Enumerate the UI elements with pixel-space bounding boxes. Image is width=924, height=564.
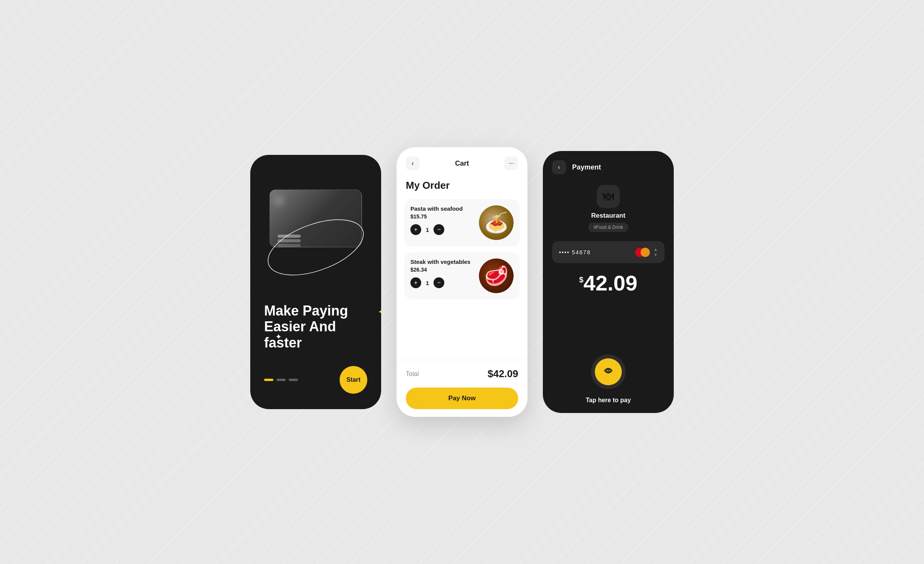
dot-1	[264, 379, 273, 381]
card-right-section: ▲ ▼	[635, 247, 658, 257]
chevron-down-icon: ▼	[654, 253, 658, 257]
onboarding-screen: ✦ ✦ ✦ Make Paying Easier And faster Star…	[250, 155, 381, 409]
steak-qty-control: + 1 −	[410, 277, 474, 288]
mc-yellow-circle	[641, 248, 650, 257]
card-chevron: ▲ ▼	[654, 247, 658, 257]
order-item-pasta: Pasta with seafood $15.75 + 1 −	[404, 199, 520, 246]
restaurant-icon: 🍽	[597, 185, 620, 208]
restaurant-name: Restaurant	[591, 212, 626, 220]
cart-header: ‹ Cart ···	[397, 147, 527, 176]
order-item-steak: Steak with vegetables $26.34 + 1 −	[404, 252, 520, 299]
tap-pay-section: Tap here to pay	[552, 354, 665, 404]
steak-item-info: Steak with vegetables $26.34 + 1 −	[410, 258, 474, 288]
pasta-item-info: Pasta with seafood $15.75 + 1 −	[410, 205, 474, 235]
svg-point-1	[608, 370, 609, 371]
steak-qty-number: 1	[426, 280, 429, 286]
restaurant-section: 🍽 Restaurant #Food & Drink	[552, 185, 665, 232]
payment-screen: ‹ Payment 🍽 Restaurant #Food & Drink •••…	[543, 151, 674, 413]
pasta-qty-increase[interactable]: −	[434, 224, 444, 235]
cart-more-button[interactable]: ···	[504, 156, 518, 170]
pasta-price: $15.75	[410, 213, 474, 220]
pasta-qty-number: 1	[426, 227, 429, 233]
total-row: Total $42.09	[406, 368, 518, 380]
card-graphic	[266, 186, 366, 247]
cart-title: Cart	[455, 159, 469, 168]
tap-inner-circle[interactable]	[595, 358, 622, 385]
mastercard-icon	[635, 248, 650, 257]
cart-back-button[interactable]: ‹	[406, 156, 420, 170]
chevron-up-icon: ▲	[654, 247, 658, 252]
total-label: Total	[406, 371, 419, 378]
steak-qty-increase[interactable]: −	[434, 277, 444, 288]
steak-name: Steak with vegetables	[410, 258, 474, 265]
pasta-image	[479, 205, 514, 240]
cart-footer: Total $42.09 Pay Now	[397, 360, 527, 417]
credit-card-shape	[270, 190, 362, 247]
payment-back-button[interactable]: ‹	[552, 160, 566, 174]
food-tag-badge: #Food & Drink	[588, 223, 629, 232]
pay-now-button[interactable]: Pay Now	[406, 388, 518, 409]
steak-qty-decrease[interactable]: +	[410, 277, 421, 288]
onboarding-headline: Make Paying Easier And faster	[264, 303, 367, 351]
card-selector[interactable]: •••• 54678 ▲ ▼	[552, 241, 665, 263]
payment-header: ‹ Payment	[552, 160, 665, 174]
payment-title: Payment	[572, 163, 601, 171]
amount-value: 42.09	[583, 271, 637, 295]
steak-image	[479, 258, 514, 293]
sparkle-icon-2: ✦	[377, 305, 381, 319]
my-order-label: My Order	[397, 176, 527, 199]
pasta-qty-control: + 1 −	[410, 224, 474, 235]
total-amount: $42.09	[487, 368, 518, 380]
dots-row: Start	[264, 366, 367, 394]
amount-display: $42.09	[552, 272, 665, 294]
pasta-qty-decrease[interactable]: +	[410, 224, 421, 235]
dot-2	[276, 379, 286, 381]
steak-price: $26.34	[410, 267, 474, 273]
nfc-icon	[602, 364, 614, 379]
start-button[interactable]: Start	[340, 366, 367, 394]
dot-3	[289, 379, 298, 381]
tap-outer-circle[interactable]	[591, 354, 626, 389]
pasta-name: Pasta with seafood	[410, 205, 474, 212]
amount-currency-symbol: $	[579, 275, 583, 284]
card-number-dots: •••• 54678	[559, 249, 591, 255]
pagination-dots	[264, 379, 298, 381]
tap-here-label: Tap here to pay	[586, 397, 631, 404]
onboarding-content: Make Paying Easier And faster Start	[264, 303, 367, 394]
cart-screen: ‹ Cart ··· My Order Pasta with seafood $…	[397, 147, 527, 417]
